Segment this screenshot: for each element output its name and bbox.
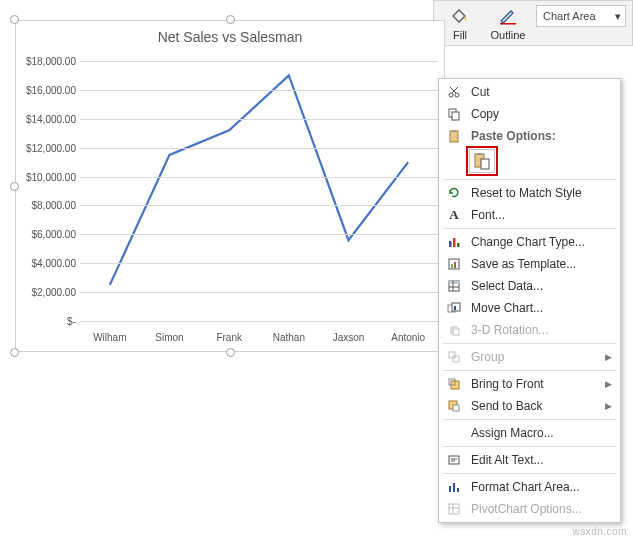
x-axis: WilhamSimonFrankNathanJaxsonAntonio: [80, 332, 438, 343]
svg-rect-28: [449, 486, 451, 492]
menu-bring-to-front[interactable]: Bring to Front ▶: [439, 373, 620, 395]
menu-label: Change Chart Type...: [471, 235, 612, 249]
y-tick-label: $10,000.00: [22, 171, 76, 182]
menu-separator: [443, 446, 616, 447]
paste-option-keep-formatting[interactable]: [469, 149, 495, 173]
paste-options-row: [439, 147, 620, 177]
gridline: [80, 263, 438, 264]
menu-pivotchart-options: PivotChart Options...: [439, 498, 620, 520]
menu-label: Copy: [471, 107, 612, 121]
menu-label: Send to Back: [471, 399, 597, 413]
resize-handle[interactable]: [226, 348, 235, 357]
svg-rect-14: [451, 264, 453, 268]
gridline: [80, 234, 438, 235]
gridline: [80, 321, 438, 322]
resize-handle[interactable]: [10, 348, 19, 357]
menu-label: Move Chart...: [471, 301, 612, 315]
line-series: [80, 61, 438, 321]
menu-save-template[interactable]: Save as Template...: [439, 253, 620, 275]
chart-title: Net Sales vs Salesman: [16, 21, 444, 45]
menu-format-chart-area[interactable]: Format Chart Area...: [439, 476, 620, 498]
y-tick-label: $6,000.00: [22, 229, 76, 240]
resize-handle[interactable]: [10, 15, 19, 24]
svg-rect-9: [481, 159, 489, 169]
ribbon-chunk: Fill Outline Chart Area ▾: [433, 0, 633, 46]
menu-label: Assign Macro...: [471, 426, 612, 440]
x-tick-label: Jaxson: [319, 332, 379, 343]
svg-rect-26: [453, 405, 459, 411]
x-tick-label: Nathan: [259, 332, 319, 343]
svg-rect-22: [453, 356, 459, 362]
resize-handle[interactable]: [10, 182, 19, 191]
svg-rect-17: [449, 281, 459, 284]
menu-3d-rotation: 3-D Rotation...: [439, 319, 620, 341]
clipboard-icon: [445, 128, 463, 144]
menu-separator: [443, 370, 616, 371]
macro-icon: [445, 425, 463, 441]
cube-icon: [445, 322, 463, 338]
svg-rect-31: [449, 504, 459, 514]
font-icon: A: [445, 207, 463, 223]
menu-label: 3-D Rotation...: [471, 323, 612, 337]
menu-separator: [443, 473, 616, 474]
menu-label: Edit Alt Text...: [471, 453, 612, 467]
svg-rect-27: [449, 456, 459, 464]
menu-move-chart[interactable]: Move Chart...: [439, 297, 620, 319]
menu-label: Font...: [471, 208, 612, 222]
resize-handle[interactable]: [226, 15, 235, 24]
svg-point-2: [455, 93, 459, 97]
menu-edit-alt-text[interactable]: Edit Alt Text...: [439, 449, 620, 471]
svg-rect-6: [452, 130, 456, 132]
svg-rect-11: [453, 238, 456, 247]
menu-separator: [443, 179, 616, 180]
fill-button[interactable]: Fill: [440, 5, 480, 41]
pivot-icon: [445, 501, 463, 517]
bar-chart-icon: [445, 234, 463, 250]
chevron-down-icon: ▾: [615, 10, 621, 23]
svg-rect-8: [477, 153, 482, 155]
chart-element-selector-value: Chart Area: [543, 10, 596, 22]
chevron-right-icon: ▶: [605, 352, 612, 362]
menu-copy[interactable]: Copy: [439, 103, 620, 125]
svg-point-1: [449, 93, 453, 97]
menu-label: Cut: [471, 85, 612, 99]
bring-front-icon: [445, 376, 463, 392]
menu-reset-style[interactable]: Reset to Match Style: [439, 182, 620, 204]
scissors-icon: [445, 84, 463, 100]
gridline: [80, 205, 438, 206]
menu-assign-macro[interactable]: Assign Macro...: [439, 422, 620, 444]
svg-rect-29: [453, 483, 455, 492]
y-tick-label: $14,000.00: [22, 113, 76, 124]
menu-change-chart-type[interactable]: Change Chart Type...: [439, 231, 620, 253]
y-tick-label: $18,000.00: [22, 56, 76, 67]
outline-label: Outline: [491, 29, 526, 41]
x-tick-label: Antonio: [378, 332, 438, 343]
gridline: [80, 90, 438, 91]
menu-group: Group ▶: [439, 346, 620, 368]
pen-outline-icon: [496, 5, 520, 27]
menu-select-data[interactable]: Select Data...: [439, 275, 620, 297]
format-icon: [445, 479, 463, 495]
y-tick-label: $12,000.00: [22, 142, 76, 153]
svg-rect-21: [449, 352, 455, 358]
reset-icon: [445, 185, 463, 201]
chart-element-selector[interactable]: Chart Area ▾: [536, 5, 626, 27]
menu-font[interactable]: A Font...: [439, 204, 620, 226]
y-tick-label: $8,000.00: [22, 200, 76, 211]
outline-button[interactable]: Outline: [488, 5, 528, 41]
menu-send-to-back[interactable]: Send to Back ▶: [439, 395, 620, 417]
plot-area[interactable]: $-$2,000.00$4,000.00$6,000.00$8,000.00$1…: [80, 61, 438, 321]
chart-container[interactable]: Net Sales vs Salesman $-$2,000.00$4,000.…: [15, 20, 445, 352]
menu-label: Group: [471, 350, 597, 364]
alt-text-icon: [445, 452, 463, 468]
clipboard-paste-icon: [473, 152, 491, 170]
menu-label: Save as Template...: [471, 257, 612, 271]
svg-rect-0: [500, 23, 516, 25]
select-data-icon: [445, 278, 463, 294]
gridline: [80, 292, 438, 293]
menu-cut[interactable]: Cut: [439, 81, 620, 103]
x-tick-label: Simon: [140, 332, 200, 343]
group-icon: [445, 349, 463, 365]
paint-bucket-icon: [448, 5, 472, 27]
menu-label: Select Data...: [471, 279, 612, 293]
